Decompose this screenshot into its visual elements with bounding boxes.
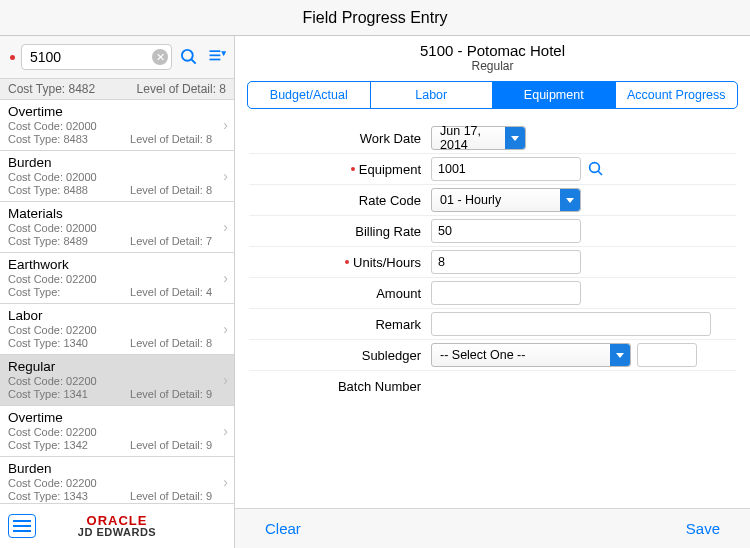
list-item-type: Cost Type: 8483 — [8, 133, 88, 146]
equipment-search-icon[interactable] — [587, 160, 605, 178]
row-subledger: Subledger -- Select One -- — [249, 340, 736, 371]
list-item[interactable]: EarthworkCost Code: 02200Cost Type:Level… — [0, 253, 234, 304]
tab-account-progress[interactable]: Account Progress — [616, 82, 738, 108]
chevron-right-icon: › — [223, 219, 228, 235]
list-item-lod: Level of Detail: 8 — [130, 337, 212, 350]
svg-line-1 — [192, 60, 196, 64]
list-item-type: Cost Type: — [8, 286, 60, 299]
row-equipment: Equipment — [249, 154, 736, 185]
list-item-type: Cost Type: 1341 — [8, 388, 88, 401]
app: Field Progress Entry ✕ Cost Type: 8482 L… — [0, 0, 750, 548]
caret-down-icon — [505, 127, 525, 149]
left-panel: ✕ Cost Type: 8482 Level of Detail: 8 Ove… — [0, 36, 235, 548]
search-input[interactable] — [21, 44, 172, 70]
equipment-input[interactable] — [431, 157, 581, 181]
row-billing-rate: Billing Rate — [249, 216, 736, 247]
brand-logo: ORACLE JD EDWARDS — [36, 514, 198, 538]
label-amount: Amount — [249, 286, 431, 301]
list-item-code: Cost Code: 02200 — [8, 426, 97, 439]
units-hours-input[interactable] — [431, 250, 581, 274]
right-footer: Clear Save — [235, 508, 750, 548]
remark-input[interactable] — [431, 312, 711, 336]
svg-line-6 — [598, 171, 602, 175]
label-rate-code: Rate Code — [249, 193, 431, 208]
required-indicator — [10, 55, 15, 60]
clear-button[interactable]: Clear — [265, 520, 301, 537]
svg-rect-3 — [210, 55, 221, 57]
list-item-title: Overtime — [8, 104, 212, 119]
subledger-select[interactable]: -- Select One -- — [431, 343, 631, 367]
rate-code-select[interactable]: 01 - Hourly — [431, 188, 581, 212]
list-item[interactable]: MaterialsCost Code: 02000Cost Type: 8489… — [0, 202, 234, 253]
svg-point-5 — [590, 163, 600, 173]
list-item-lod: Level of Detail: 7 — [130, 235, 212, 248]
list-item-type: Cost Type: 1343 — [8, 490, 88, 503]
list-item-type: Cost Type: 8489 — [8, 235, 88, 248]
list-item-title: Burden — [8, 155, 212, 170]
row-batch: Batch Number — [249, 371, 736, 402]
tab-equipment[interactable]: Equipment — [493, 82, 616, 108]
list-item[interactable]: OvertimeCost Code: 02200Cost Type: 1342L… — [0, 406, 234, 457]
list-item-lod: Level of Detail: 9 — [130, 439, 212, 452]
clear-search-icon[interactable]: ✕ — [152, 49, 168, 65]
list-item-title: Earthwork — [8, 257, 212, 272]
svg-rect-2 — [210, 50, 221, 52]
list-item[interactable]: BurdenCost Code: 02000Cost Type: 8488Lev… — [0, 151, 234, 202]
list-item[interactable]: BurdenCost Code: 02200Cost Type: 1343Lev… — [0, 457, 234, 503]
chevron-right-icon: › — [223, 270, 228, 286]
label-remark: Remark — [249, 317, 431, 332]
label-billing-rate: Billing Rate — [249, 224, 431, 239]
search-icon[interactable] — [178, 46, 200, 68]
caret-down-icon — [560, 189, 580, 211]
context-title: 5100 - Potomac Hotel — [235, 42, 750, 59]
list-item[interactable]: LaborCost Code: 02200Cost Type: 1340Leve… — [0, 304, 234, 355]
topbar: Field Progress Entry — [0, 0, 750, 36]
sub-header-left: Cost Type: 8482 — [8, 82, 95, 96]
tab-labor[interactable]: Labor — [371, 82, 494, 108]
caret-down-icon — [610, 344, 630, 366]
left-footer: ORACLE JD EDWARDS — [0, 503, 234, 548]
list-item-code: Cost Code: 02000 — [8, 120, 97, 133]
list-item-title: Materials — [8, 206, 212, 221]
billing-rate-input[interactable] — [431, 219, 581, 243]
svg-rect-4 — [210, 59, 221, 61]
amount-input[interactable] — [431, 281, 581, 305]
svg-point-0 — [182, 50, 193, 61]
main: ✕ Cost Type: 8482 Level of Detail: 8 Ove… — [0, 36, 750, 548]
page-title: Field Progress Entry — [303, 9, 448, 27]
chevron-right-icon: › — [223, 474, 228, 490]
list-item-code: Cost Code: 02200 — [8, 273, 97, 286]
chevron-right-icon: › — [223, 321, 228, 337]
chevron-right-icon: › — [223, 372, 228, 388]
menu-button[interactable] — [8, 514, 36, 538]
label-subledger: Subledger — [249, 348, 431, 363]
row-remark: Remark — [249, 309, 736, 340]
tab-budget-actual[interactable]: Budget/Actual — [248, 82, 371, 108]
label-equipment: Equipment — [359, 162, 421, 177]
row-amount: Amount — [249, 278, 736, 309]
list-item-type: Cost Type: 1340 — [8, 337, 88, 350]
list-item-title: Overtime — [8, 410, 212, 425]
label-work-date: Work Date — [249, 131, 431, 146]
row-rate-code: Rate Code 01 - Hourly — [249, 185, 736, 216]
list-item-type: Cost Type: 8488 — [8, 184, 88, 197]
search-row: ✕ — [0, 36, 234, 78]
list-item[interactable]: RegularCost Code: 02200Cost Type: 1341Le… — [0, 355, 234, 406]
list-item-lod: Level of Detail: 9 — [130, 490, 212, 503]
list-item-lod: Level of Detail: 8 — [130, 184, 212, 197]
form: Work Date Jun 17, 2014 Equipment Rate Co… — [235, 115, 750, 410]
filter-list-icon[interactable] — [206, 46, 228, 68]
list-item-title: Labor — [8, 308, 212, 323]
list-item-code: Cost Code: 02200 — [8, 477, 97, 490]
list-item-code: Cost Code: 02200 — [8, 375, 97, 388]
save-button[interactable]: Save — [686, 520, 720, 537]
list-item[interactable]: OvertimeCost Code: 02000Cost Type: 8483L… — [0, 100, 234, 151]
context-header: 5100 - Potomac Hotel Regular — [235, 36, 750, 75]
row-units-hours: Units/Hours — [249, 247, 736, 278]
list-item-type: Cost Type: 1342 — [8, 439, 88, 452]
subledger-extra-input[interactable] — [637, 343, 697, 367]
work-date-picker[interactable]: Jun 17, 2014 — [431, 126, 526, 150]
brand-bottom: JD EDWARDS — [36, 527, 198, 538]
label-batch: Batch Number — [249, 379, 431, 394]
list-item-code: Cost Code: 02000 — [8, 171, 97, 184]
